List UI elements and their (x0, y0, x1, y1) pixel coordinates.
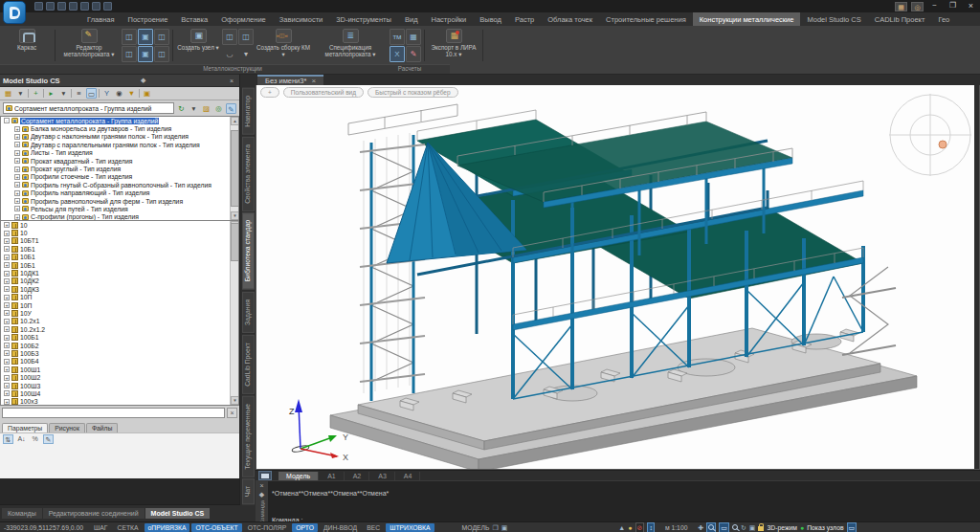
expander-icon[interactable]: + (14, 134, 20, 140)
lira-export-button[interactable]: Экспорт в ЛИРА 10.x ▾ (428, 28, 479, 63)
list-item[interactable]: + 10П (1, 294, 238, 301)
status-toggle[interactable]: ДИН-ВВОД (320, 523, 361, 532)
tree-item[interactable]: + Рельсы для путей - Тип изделия (1, 205, 238, 212)
copy-icon[interactable]: ▣ (142, 88, 152, 99)
expander-icon[interactable]: + (14, 206, 20, 211)
ribbon-tab[interactable]: Гео (931, 12, 956, 26)
undo-icon[interactable] (80, 2, 89, 11)
edit-params-icon[interactable]: ✎ (43, 434, 54, 444)
document-close-icon[interactable]: × (311, 77, 316, 85)
layout-tab[interactable]: Модель (278, 472, 319, 480)
new-file-icon[interactable] (34, 2, 43, 11)
ribbon-tab[interactable]: Зависимости (273, 12, 330, 26)
list-item[interactable]: + 100Б3 (1, 349, 238, 357)
joint-icon-3[interactable]: ◫ (154, 29, 169, 45)
expander-icon[interactable]: + (4, 310, 10, 316)
refresh-dropdown-icon[interactable]: ▾ (189, 103, 199, 114)
filter-icon[interactable]: Y (101, 88, 112, 99)
bottom-tab[interactable]: Редактирование соединений (43, 508, 145, 519)
status-toggle[interactable]: ШТРИХОВКА (386, 523, 434, 532)
joint-icon-4[interactable]: ◫ (122, 46, 137, 62)
expander-icon[interactable]: + (4, 238, 10, 244)
bottom-tab[interactable]: Команды (2, 508, 42, 519)
filter-clear-icon[interactable]: × (227, 408, 237, 418)
list-item[interactable]: + 100Ш4 (1, 389, 238, 397)
steel-editor-button[interactable]: Редактор металлопроката ▾ (58, 28, 120, 63)
list-item[interactable]: + 100Ш3 (1, 382, 238, 389)
tree-item[interactable]: + Прокат круглый - Тип изделия (1, 165, 238, 172)
sheets-icon[interactable] (258, 471, 272, 480)
list-item[interactable]: + 10Б1 (1, 245, 238, 253)
ribbon-tab[interactable]: Вставка (174, 12, 214, 26)
viewport-lock-icon[interactable]: ❐ (492, 523, 498, 532)
list-item[interactable]: + 100Ш2 (1, 373, 238, 381)
tree-item[interactable]: + Двутавр с наклонными гранями полок - Т… (1, 133, 238, 141)
maximize-button[interactable]: ❐ (946, 1, 960, 11)
expander-icon[interactable]: + (4, 286, 10, 292)
expander-icon[interactable]: + (14, 174, 20, 180)
list-item[interactable]: + 10 (1, 229, 238, 236)
export-weld-icon[interactable]: ✎ (406, 46, 421, 62)
minimize-button[interactable]: − (927, 1, 942, 11)
expander-icon[interactable]: + (4, 246, 10, 252)
expander-icon[interactable]: + (4, 383, 10, 388)
play-icon[interactable]: ▸ (46, 88, 56, 99)
open-icon[interactable] (46, 2, 55, 11)
status-toggle[interactable]: ВЕС (363, 523, 384, 532)
view-control[interactable]: Быстрый с показом рёбер (368, 87, 458, 98)
scroll-down-icon[interactable]: ▼ (231, 211, 239, 220)
status-toggle[interactable]: СЕТКА (113, 523, 142, 532)
command-history[interactable]: *Отмена**Отмена**Отмена**Отмена* Команда… (268, 481, 980, 524)
ribbon-tab[interactable]: Главная (80, 12, 122, 26)
expander-icon[interactable]: + (14, 126, 20, 132)
tree-item[interactable]: + Листы - Тип изделия (1, 149, 238, 157)
tree-item[interactable]: + Профиль гнутый С-образный равнополочны… (1, 181, 238, 188)
lock-icon[interactable] (758, 526, 764, 531)
tree-item[interactable]: + С-профили (прогоны) - Тип изделия (1, 213, 238, 221)
annotation-scale[interactable]: м 1:100 (665, 524, 688, 531)
expander-icon[interactable]: + (4, 335, 10, 341)
node-icon-2[interactable]: ◫ (238, 29, 254, 45)
status-toggle[interactable]: ОРТО (292, 523, 318, 532)
ribbon-tab[interactable]: CADLib Проект (868, 12, 932, 26)
screens-icon[interactable]: ▣ (749, 523, 756, 532)
percent-icon[interactable]: % (30, 434, 40, 444)
model-viewport[interactable]: +Пользовательский видБыстрый с показом р… (256, 85, 980, 470)
expander-icon[interactable]: + (4, 231, 10, 236)
dish-icon[interactable]: ◡ (222, 46, 237, 62)
collapsed-panel-strip[interactable] (974, 85, 979, 469)
ribbon-tab[interactable]: Оформление (214, 12, 273, 26)
bulb-icon[interactable]: ● (628, 523, 632, 532)
ribbon-tab[interactable]: Облака точек (541, 12, 599, 26)
layout-tab[interactable]: A4 (396, 472, 421, 480)
model-space-label[interactable]: МОДЕЛЬ (462, 524, 490, 531)
plot-icon[interactable] (103, 2, 112, 11)
expander-icon[interactable]: + (4, 319, 10, 324)
expander-icon[interactable]: + (14, 214, 20, 220)
tm-icon[interactable]: тм (390, 29, 405, 45)
side-tab[interactable]: CadLib Проект (242, 335, 255, 394)
bottom-tab[interactable]: Model Studio CS (145, 508, 211, 519)
list-item[interactable]: + 100Б2 (1, 342, 238, 349)
add-icon[interactable]: + (31, 88, 41, 99)
lineweight-icon[interactable]: ↕ (647, 522, 655, 532)
zoom-doc-icon[interactable] (732, 523, 738, 532)
layout-tab[interactable]: A1 (320, 472, 345, 480)
list-item[interactable]: + 10Б1 (1, 254, 238, 261)
status-toggle[interactable]: оПРИВЯЗКА (145, 523, 190, 532)
tree-item[interactable]: + Профиль направляющий - Тип изделия (1, 189, 238, 197)
db-dropdown-icon[interactable]: ▾ (15, 88, 26, 99)
x-profile-icon[interactable]: Х (390, 46, 405, 62)
sheet-icon[interactable]: ▣ (501, 523, 508, 532)
side-tab[interactable]: Текущие переменные (242, 396, 255, 477)
list-item[interactable]: + 100Б1 (1, 333, 238, 341)
view-control[interactable]: Пользовательский вид (283, 87, 364, 98)
side-tab[interactable]: Свойства элемента (242, 137, 255, 211)
expander-icon[interactable]: + (4, 366, 10, 372)
save-as-icon[interactable] (69, 2, 78, 11)
list-item[interactable]: + 10П (1, 301, 238, 309)
side-tab[interactable]: Библиотека стандар (242, 212, 255, 289)
expander-icon[interactable]: + (14, 166, 20, 172)
status-toggle[interactable]: ОТС-ОБЪЕКТ (191, 523, 241, 532)
scroll-thumb[interactable] (231, 130, 239, 207)
